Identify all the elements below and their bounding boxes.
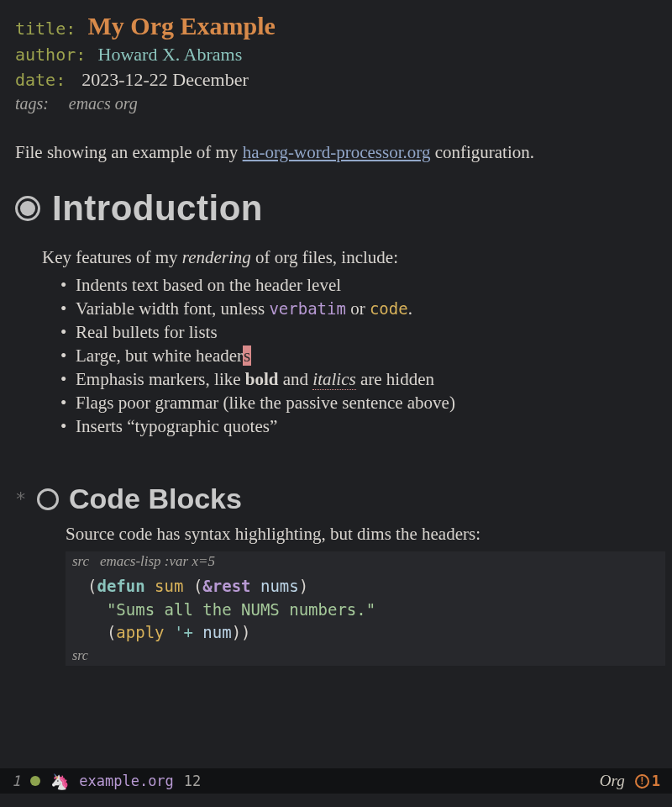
meta-author-key: author: [15, 45, 86, 65]
warning-count: 1 [652, 773, 660, 789]
meta-title-key: title: [15, 18, 76, 39]
modeline-major-mode[interactable]: Org [600, 772, 625, 790]
modified-indicator-icon [30, 776, 40, 786]
heading-code-blocks-text: Code Blocks [69, 483, 242, 515]
heading-star-icon: * [15, 488, 27, 509]
list-item: Inserts “typographic quotes” [60, 416, 665, 437]
config-link[interactable]: ha-org-word-processor.org [243, 142, 431, 162]
list-item: Variable width font, unless verbatim or … [60, 298, 665, 319]
list-item: » Emphasis markers, like bold and italic… [60, 369, 665, 390]
list-item: Indents text based on the header level [60, 275, 665, 296]
meta-tags-value: emacs org [69, 94, 138, 113]
modeline-column: 12 [184, 773, 201, 789]
heading-code-blocks[interactable]: * Code Blocks [15, 483, 665, 515]
heading-introduction[interactable]: Introduction [15, 188, 665, 229]
unicorn-icon: 🦄 [50, 773, 69, 790]
code-text: code [370, 299, 408, 318]
intro-paragraph: File showing an example of my ha-org-wor… [15, 140, 665, 165]
bold-example: bold [245, 369, 279, 389]
meta-date-value: 2023-12-22 December [81, 69, 249, 90]
intro-text-post: configuration. [430, 142, 534, 162]
source-code-block[interactable]: (defun sum (&rest nums) "Sums all the NU… [66, 572, 665, 648]
modeline-filename[interactable]: example.org [79, 773, 174, 789]
heading-introduction-text: Introduction [52, 188, 263, 229]
italics-example: italics [312, 369, 355, 390]
warning-icon: ! [635, 774, 649, 789]
meta-title-line: title: My Org Example [15, 12, 665, 40]
heading-bullet-icon [15, 196, 40, 221]
cursor: s [243, 345, 251, 366]
features-intro: Key features of my rendering of org file… [42, 247, 665, 268]
code-blocks-intro: Source code has syntax highlighting, but… [66, 524, 665, 545]
left-fringe [0, 0, 13, 768]
list-item: Real bullets for lists [60, 322, 665, 343]
meta-tags-line: tags: emacs org [15, 94, 665, 113]
meta-date-key: date: [15, 70, 66, 90]
src-end-line: src [66, 648, 665, 666]
meta-author-value: Howard X. Abrams [98, 44, 243, 65]
meta-title-value: My Org Example [88, 12, 276, 40]
modeline[interactable]: 1 🦄 example.org 12 Org ! 1 [0, 768, 672, 794]
list-item: Large, but white headers [60, 345, 665, 367]
modeline-line-number: 1 [12, 773, 20, 789]
emphasis-rendering: rendering [182, 247, 251, 267]
intro-text-pre: File showing an example of my [15, 142, 243, 162]
verbatim-text: verbatim [269, 299, 346, 318]
buffer[interactable]: title: My Org Example author: Howard X. … [15, 12, 665, 757]
heading-ring-icon [37, 488, 59, 510]
meta-tags-key: tags: [15, 94, 49, 113]
flycheck-warning[interactable]: ! 1 [635, 773, 660, 789]
section-code-blocks: Source code has syntax highlighting, but… [66, 524, 665, 666]
src-begin-line: src emacs-lisp :var x=5 [66, 551, 665, 572]
list-item: Flags poor grammar (like the passive sen… [60, 393, 665, 414]
meta-author-line: author: Howard X. Abrams [15, 44, 665, 66]
feature-list: Indents text based on the header level V… [42, 275, 665, 437]
meta-date-line: date: 2023-12-22 December [15, 69, 665, 91]
editor-frame: title: My Org Example author: Howard X. … [0, 0, 672, 807]
section-introduction: Key features of my rendering of org file… [42, 247, 665, 437]
